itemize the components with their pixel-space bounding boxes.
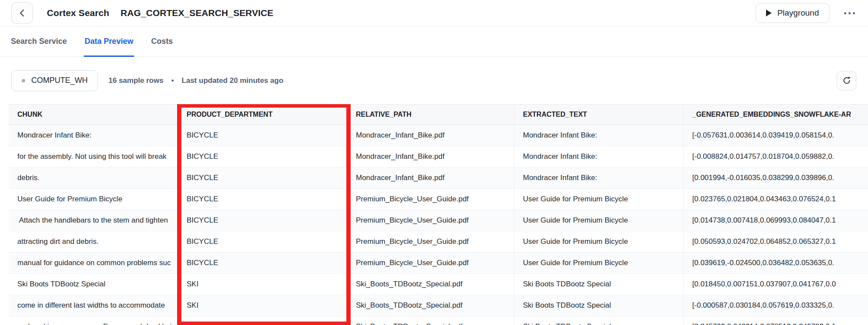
column-header-product_department: PRODUCT_DEPARTMENT [178, 105, 347, 125]
tab-bar: Search ServiceData PreviewCosts [0, 26, 868, 57]
table-cell: BICYCLE [178, 210, 347, 231]
table-cell: [-0.000587,0.030184,0.057619,0.033325,0. [684, 295, 868, 316]
data-preview-table: CHUNKPRODUCT_DEPARTMENTRELATIVE_PATHEXTR… [9, 104, 868, 325]
table-cell: [0.014738,0.007418,0.069993,0.084047,0.1 [684, 210, 868, 231]
table-header-row: CHUNKPRODUCT_DEPARTMENTRELATIVE_PATHEXTR… [9, 104, 868, 125]
tab-costs[interactable]: Costs [150, 26, 174, 56]
table-cell: Mondracer_Infant_Bike.pdf [347, 125, 514, 146]
chevron-left-icon [18, 9, 26, 17]
table-row: come in different last widths to accommo… [9, 295, 868, 316]
table-cell: Mondracer_Infant_Bike.pdf [347, 146, 514, 167]
table-cell: Premium_Bicycle_User_Guide.pdf [347, 210, 514, 231]
table-cell: Mondracer Infant Bike: [514, 146, 684, 167]
table-cell: BICYCLE [178, 253, 347, 273]
table-cell: [0.018450,0.007151,0.037907,0.041767,0.0 [684, 274, 868, 295]
table-row: attracting dirt and debris.BICYCLEPremiu… [9, 231, 868, 253]
table-row: Ski Boots TDBootz SpecialSKISki_Boots_TD… [9, 274, 868, 295]
table-row: and working your way up. Ensure each buc… [9, 316, 868, 325]
title-group: Cortex Search RAG_CORTEX_SEARCH_SERVICE [47, 8, 273, 18]
table-cell: Premium_Bicycle_User_Guide.pdf [347, 189, 514, 210]
table-cell: debris. [9, 167, 178, 188]
ellipsis-icon [844, 12, 855, 14]
bullet-separator: • [171, 76, 174, 85]
table-cell: [0.045729,0.040914,0.078513,0.049702,0.1 [684, 316, 868, 325]
top-bar: Cortex Search RAG_CORTEX_SEARCH_SERVICE … [0, 0, 868, 26]
page-title: Cortex Search [47, 8, 109, 18]
column-header-chunk: CHUNK [9, 105, 178, 125]
tab-search-service[interactable]: Search Service [10, 26, 68, 56]
table-cell: Ski Boots TDBootz Special [514, 274, 684, 295]
table-cell: [0.023765,0.021804,0.043463,0.076524,0.1 [684, 189, 868, 210]
table-cell: Ski Boots TDBootz Special [9, 274, 178, 295]
table-cell: manual for guidance on common problems s… [9, 253, 178, 273]
table-cell: Mondracer Infant Bike: [514, 167, 684, 188]
table-cell: [0.050593,0.024702,0.064852,0.065327,0.1 [684, 231, 868, 252]
sample-rows-count: 16 sample rows [108, 76, 164, 85]
table-body: Mondracer Infant Bike:BICYCLEMondracer_I… [9, 125, 868, 325]
warehouse-chip[interactable]: COMPUTE_WH [11, 70, 98, 91]
table-cell: Ski Boots TDBootz Special [514, 295, 684, 316]
column-header-relative_path: RELATIVE_PATH [347, 105, 514, 125]
table-cell: Mondracer_Infant_Bike.pdf [347, 167, 514, 188]
cortex-search-page: Cortex Search RAG_CORTEX_SEARCH_SERVICE … [0, 0, 868, 325]
table-cell: User Guide for Premium Bicycle [9, 189, 178, 210]
table-cell: Premium_Bicycle_User_Guide.pdf [347, 231, 514, 252]
table-cell: User Guide for Premium Bicycle [514, 189, 684, 210]
play-icon [766, 10, 772, 16]
table-row: debris.BICYCLEMondracer_Infant_Bike.pdfM… [9, 167, 868, 189]
table-row: Mondracer Infant Bike:BICYCLEMondracer_I… [9, 125, 868, 146]
data-preview-toolbar: COMPUTE_WH 16 sample rows • Last updated… [0, 57, 868, 104]
table-cell: SKI [178, 316, 347, 325]
table-cell: attracting dirt and debris. [9, 231, 178, 252]
last-updated-text: Last updated 20 minutes ago [182, 76, 283, 85]
warehouse-name: COMPUTE_WH [31, 76, 88, 85]
table-cell: Mondracer Infant Bike: [9, 125, 178, 146]
service-name: RAG_CORTEX_SEARCH_SERVICE [121, 8, 273, 18]
table-cell: SKI [178, 274, 347, 295]
playground-button[interactable]: Playground [756, 3, 829, 23]
table-cell: User Guide for Premium Bicycle [514, 231, 684, 252]
table-cell: [-0.057631,0.003614,0.039419,0.058154,0. [684, 125, 868, 146]
table-cell: Ski_Boots_TDBootz_Special.pdf [347, 316, 514, 325]
table-row: for the assembly. Not using this tool wi… [9, 146, 868, 167]
table-meta: 16 sample rows • Last updated 20 minutes… [108, 76, 283, 85]
column-header-_generated_embeddings_snowflake-ar: _GENERATED_EMBEDDINGS_SNOWFLAKE-AR [684, 105, 868, 125]
table-row: manual for guidance on common problems s… [9, 253, 868, 274]
table-cell: BICYCLE [178, 231, 347, 252]
warehouse-status-dot-icon [22, 79, 25, 82]
table-row: Attach the handlebars to the stem and ti… [9, 210, 868, 231]
table-cell: User Guide for Premium Bicycle [514, 253, 684, 273]
table-cell: Ski Boots TDBootz Special [514, 316, 684, 325]
top-bar-actions: Playground [756, 3, 857, 23]
refresh-icon [842, 76, 852, 85]
table-cell: for the assembly. Not using this tool wi… [9, 146, 178, 167]
column-header-extracted_text: EXTRACTED_TEXT [514, 105, 684, 125]
more-actions-button[interactable] [842, 9, 857, 18]
table-cell: Mondracer Infant Bike: [514, 125, 684, 146]
table-cell: BICYCLE [178, 146, 347, 167]
table-cell: come in different last widths to accommo… [9, 295, 178, 316]
playground-button-label: Playground [777, 8, 819, 18]
table-cell: Ski_Boots_TDBootz_Special.pdf [347, 274, 514, 295]
refresh-button[interactable] [837, 71, 856, 90]
table-cell: [0.039619,-0.024500,0.036482,0.053635,0. [684, 253, 868, 273]
table-cell: BICYCLE [178, 189, 347, 210]
table-cell: SKI [178, 295, 347, 316]
tab-data-preview[interactable]: Data Preview [84, 26, 134, 56]
table-cell: and working your way up. Ensure each buc… [9, 316, 178, 325]
table-cell: BICYCLE [178, 167, 347, 188]
table-cell: Ski_Boots_TDBootz_Special.pdf [347, 295, 514, 316]
table-cell: [0.001994,-0.016035,0.038299,0.039896,0. [684, 167, 868, 188]
table-cell: [-0.008824,0.014757,0.018704,0.059882,0. [684, 146, 868, 167]
table-cell: BICYCLE [178, 125, 347, 146]
table-cell: Attach the handlebars to the stem and ti… [9, 210, 178, 231]
table-cell: Premium_Bicycle_User_Guide.pdf [347, 253, 514, 273]
table-cell: User Guide for Premium Bicycle [514, 210, 684, 231]
back-button[interactable] [11, 2, 33, 24]
table-row: User Guide for Premium BicycleBICYCLEPre… [9, 189, 868, 210]
